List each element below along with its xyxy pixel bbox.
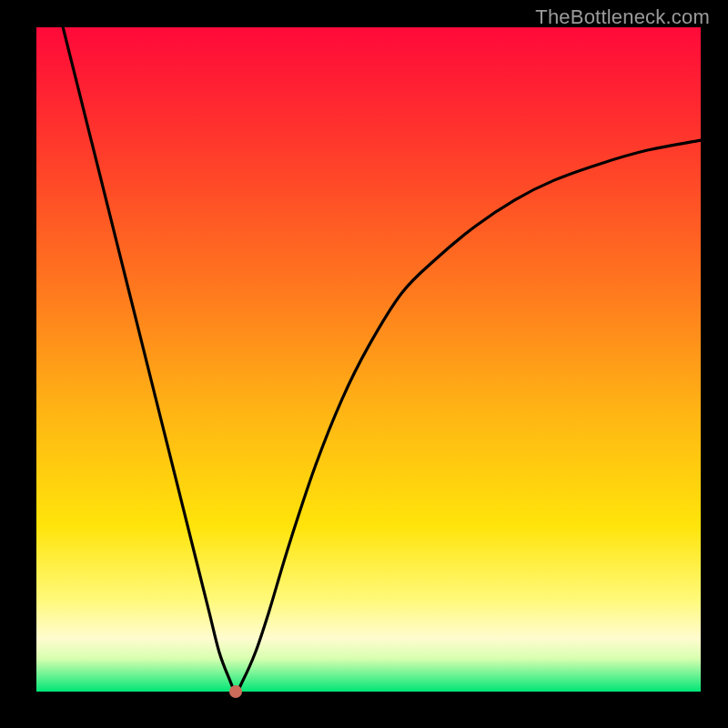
- chart-frame: TheBottleneck.com: [0, 0, 728, 728]
- min-marker: [229, 685, 242, 698]
- watermark-text: TheBottleneck.com: [535, 5, 710, 29]
- bottleneck-curve: [63, 27, 701, 692]
- plot-area: [36, 27, 701, 692]
- curve-svg: [36, 27, 701, 692]
